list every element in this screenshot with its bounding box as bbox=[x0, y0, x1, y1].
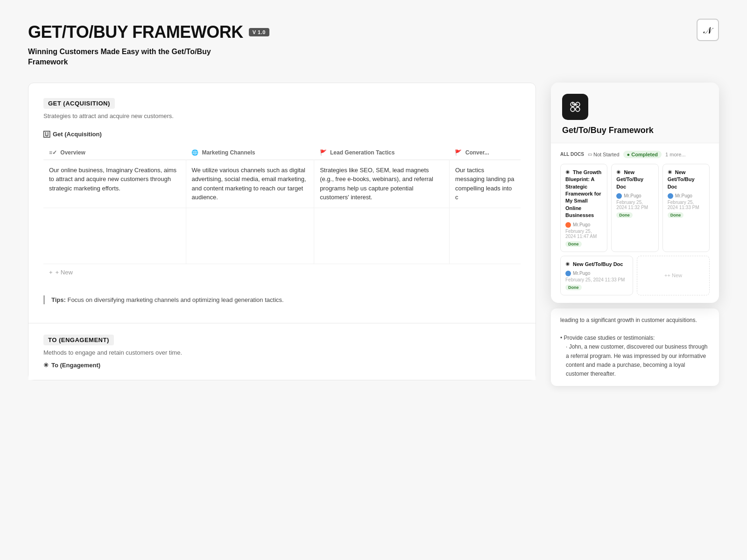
col-conversion: 🚩 Conver... bbox=[449, 146, 521, 160]
doc-2-meta: Mr.Pugo bbox=[616, 193, 653, 199]
col-marketing: 🌐 Marketing Channels bbox=[186, 146, 314, 160]
new-row-button[interactable]: + + New bbox=[43, 264, 521, 280]
main-content: GET (ACQUISITION) Strategies to attract … bbox=[28, 83, 719, 386]
doc-4-date: February 25, 2024 11:33 PM bbox=[565, 277, 628, 282]
to-view-icon: ✳ bbox=[43, 362, 49, 369]
completed-icon: ● bbox=[627, 152, 630, 157]
tips-label: Tips: bbox=[51, 296, 66, 303]
doc-card-3[interactable]: ✳ New Get/To/Buy Doc Mr.Pugo February 25… bbox=[662, 164, 710, 252]
get-section-desc: Strategies to attract and acquire new cu… bbox=[43, 112, 521, 119]
doc-3-avatar bbox=[668, 193, 673, 199]
header-area: GET/TO/BUY FRAMEWORK V 1.0 Winning Custo… bbox=[28, 22, 719, 68]
doc-1-title: ✳ The Growth Blueprint: A Strategic Fram… bbox=[565, 169, 602, 219]
doc-2-status: Done bbox=[616, 212, 633, 218]
doc-grid-top: ✳ The Growth Blueprint: A Strategic Fram… bbox=[560, 164, 710, 252]
plus-icon: + bbox=[49, 269, 53, 276]
db-view-icon: 🅄 bbox=[43, 131, 50, 138]
doc-4-status: Done bbox=[565, 285, 582, 290]
to-section: TO (ENGAGEMENT) Methods to engage and re… bbox=[28, 323, 536, 380]
not-started-icon: ▭ bbox=[588, 152, 592, 157]
to-section-tag: TO (ENGAGEMENT) bbox=[43, 335, 114, 345]
card-body: ALL DOCS ▭ Not Started ● Completed 1 mor… bbox=[551, 143, 719, 303]
table-row: Our online business, Imaginary Creations… bbox=[43, 160, 521, 208]
doc-2-avatar bbox=[616, 193, 622, 199]
svg-point-4 bbox=[571, 107, 575, 112]
framework-card: Get/To/Buy Framework ALL DOCS ▭ Not Star… bbox=[551, 83, 719, 303]
get-table: ≡✓ Overview 🌐 Marketing Channels 🚩 Lead … bbox=[43, 146, 521, 264]
doc-3-title: ✳ New Get/To/Buy Doc bbox=[668, 169, 705, 190]
col-lead-gen: 🚩 Lead Generation Tactics bbox=[314, 146, 450, 160]
more-filter[interactable]: 1 more... bbox=[665, 152, 685, 157]
cell-overview: Our online business, Imaginary Creations… bbox=[43, 160, 186, 208]
version-badge: V 1.0 bbox=[249, 28, 269, 36]
tips-text: Focus on diversifying marketing channels… bbox=[67, 296, 283, 303]
not-started-filter[interactable]: ▭ Not Started bbox=[588, 152, 620, 157]
filter-row: ALL DOCS ▭ Not Started ● Completed 1 mor… bbox=[560, 151, 710, 158]
doc-1-avatar bbox=[565, 222, 571, 228]
to-view-label: ✳ To (Engagement) bbox=[43, 362, 521, 369]
subtitle: Winning Customers Made Easy with the Get… bbox=[28, 47, 224, 68]
completed-filter[interactable]: ● Completed bbox=[623, 151, 662, 158]
col-overview: ≡✓ Overview bbox=[43, 146, 186, 160]
all-docs-filter[interactable]: ALL DOCS bbox=[560, 152, 584, 157]
doc-4-title: ✳ New Get/To/Buy Doc bbox=[565, 261, 628, 268]
doc-grid-bottom: ✳ New Get/To/Buy Doc Mr.Pugo February 25… bbox=[560, 256, 710, 295]
doc-1-meta: Mr.Pugo bbox=[565, 222, 602, 228]
tips-block: Tips: Focus on diversifying marketing ch… bbox=[43, 295, 521, 305]
doc-3-status: Done bbox=[668, 212, 684, 218]
right-panel: Get/To/Buy Framework ALL DOCS ▭ Not Star… bbox=[551, 83, 719, 386]
doc-3-date: February 25, 2024 11:33 PM bbox=[668, 200, 705, 210]
to-section-desc: Methods to engage and retain customers o… bbox=[43, 349, 521, 356]
text-card-p2: • Provide case studies or testimonials: bbox=[560, 334, 710, 343]
doc-3-meta: Mr.Pugo bbox=[668, 193, 705, 199]
doc-1-status: Done bbox=[565, 241, 582, 247]
notion-icon: 𝒩 bbox=[697, 19, 719, 41]
get-section-header: GET (ACQUISITION) Strategies to attract … bbox=[43, 98, 521, 119]
card-title: Get/To/Buy Framework bbox=[562, 126, 708, 135]
doc-card-2[interactable]: ✳ New Get/To/Buy Doc Mr.Pugo February 25… bbox=[611, 164, 658, 252]
cell-marketing: We utilize various channels such as digi… bbox=[186, 160, 314, 208]
doc-4-meta: Mr.Pugo bbox=[565, 271, 628, 276]
svg-point-5 bbox=[576, 107, 580, 112]
main-title: GET/TO/BUY FRAMEWORK bbox=[28, 22, 243, 42]
text-card: leading to a significant growth in custo… bbox=[551, 308, 719, 386]
empty-row bbox=[43, 208, 521, 264]
db-view-name: Get (Acquisition) bbox=[53, 131, 102, 138]
card-top: Get/To/Buy Framework bbox=[551, 83, 719, 143]
doc-1-date: February 25, 2024 11:47 AM bbox=[565, 229, 602, 239]
doc-card-1[interactable]: ✳ The Growth Blueprint: A Strategic Fram… bbox=[560, 164, 607, 252]
cell-lead-gen: Strategies like SEO, SEM, lead magnets (… bbox=[314, 160, 450, 208]
doc-4-avatar bbox=[565, 271, 571, 276]
doc-2-title: ✳ New Get/To/Buy Doc bbox=[616, 169, 653, 190]
text-card-p1: leading to a significant growth in custo… bbox=[560, 316, 710, 325]
cell-conversion: Our tactics messaging landing pa compell… bbox=[449, 160, 521, 208]
app-icon bbox=[562, 94, 588, 120]
new-card-button[interactable]: + + New bbox=[637, 256, 710, 295]
text-card-p3: · John, a new customer, discovered our b… bbox=[566, 343, 710, 378]
doc-card-4[interactable]: ✳ New Get/To/Buy Doc Mr.Pugo February 25… bbox=[560, 256, 633, 295]
db-view-label: 🅄 Get (Acquisition) bbox=[43, 131, 521, 138]
get-section-tag: GET (ACQUISITION) bbox=[43, 98, 115, 109]
new-card-label: + New bbox=[667, 273, 682, 278]
doc-2-date: February 25, 2024 11:32 PM bbox=[616, 200, 653, 210]
left-panel: GET (ACQUISITION) Strategies to attract … bbox=[28, 83, 536, 381]
